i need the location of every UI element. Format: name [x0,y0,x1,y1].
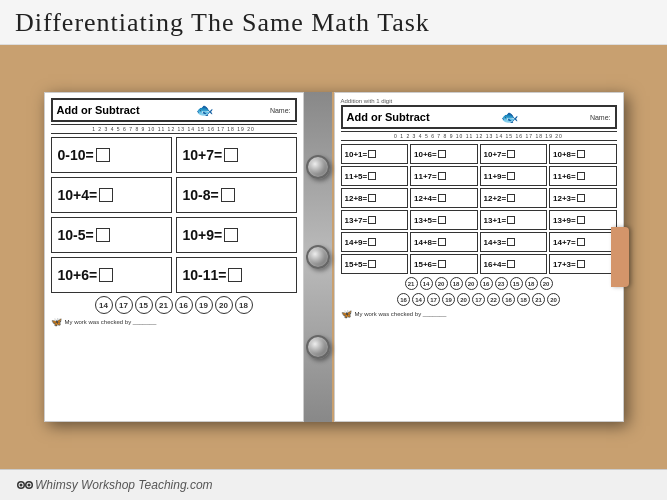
answer-box [96,228,110,242]
math-problem-sm: 14+9= [341,232,409,252]
math-grid-left: 0-10= 10+7= 10+4= 10-8= 10-5= 10+9= 10+6… [51,137,297,293]
answer-box-sm [368,172,376,180]
bubble-sm: 18 [517,293,530,306]
math-problem: 10-11= [176,257,297,293]
answer-box-sm [577,216,585,224]
bubble-sm: 16 [397,293,410,306]
answer-box-sm [507,260,515,268]
bubble-sm: 21 [405,277,418,290]
fish-icon-right: 🐟 [501,109,518,125]
math-grid-right: 10+1= 10+6= 10+7= 10+8= 11+5= 11+7= 11+9… [341,144,617,274]
binder-area: Add or Subtract 🐟 Name: 1 2 3 4 5 6 7 8 … [0,45,667,469]
math-problem-sm: 14+3= [480,232,548,252]
ws-right-name: Name: [590,114,611,121]
answer-box [224,148,238,162]
worksheet-left: Add or Subtract 🐟 Name: 1 2 3 4 5 6 7 8 … [44,92,304,422]
fish-icon-left: 🐟 [196,102,213,118]
math-problem: 10+6= [51,257,172,293]
answer-box-sm [368,150,376,158]
number-line-right: 0 1 2 3 4 5 6 7 8 9 10 11 12 13 14 15 16… [341,131,617,141]
ws-right-subtitle: Addition with 1 digit [341,98,617,104]
ws-left-name: Name: [270,107,291,114]
answer-box-sm [507,194,515,202]
brand-logo-icon [15,475,35,495]
bubble-sm: 18 [450,277,463,290]
math-problem-sm: 11+5= [341,166,409,186]
math-problem-sm: 14+8= [410,232,478,252]
footer-butterfly-icon: 🦋 [51,317,62,327]
svg-point-4 [20,484,23,487]
answer-box [224,228,238,242]
bubble-sm: 22 [487,293,500,306]
binder-book: Add or Subtract 🐟 Name: 1 2 3 4 5 6 7 8 … [44,92,624,422]
branding-bar: Whimsy Workshop Teaching.com [0,469,667,500]
bubble-sm: 19 [442,293,455,306]
math-problem-sm: 15+5= [341,254,409,274]
answer-box-sm [438,216,446,224]
ring-top [306,155,330,179]
bubble-row-right-1: 21 14 20 18 20 16 23 15 18 20 [341,277,617,290]
bubble-row-right-2: 16 14 17 19 20 17 22 16 18 21 20 [341,293,617,306]
binder-rings [304,92,332,422]
answer-box-sm [438,150,446,158]
bubble-sm: 16 [502,293,515,306]
answer-box-sm [577,150,585,158]
ws-right-footer-text: My work was checked by _______ [355,311,447,317]
footer-butterfly-icon-right: 🦋 [341,309,352,319]
answer-box [99,268,113,282]
answer-box-sm [577,194,585,202]
math-problem-sm: 12+3= [549,188,617,208]
math-problem-sm: 17+3= [549,254,617,274]
number-line-left: 1 2 3 4 5 6 7 8 9 10 11 12 13 14 15 16 1… [51,124,297,134]
bubble: 17 [115,296,133,314]
math-problem-sm: 10+8= [549,144,617,164]
ring-bottom [306,335,330,359]
bubble: 18 [235,296,253,314]
answer-box-sm [368,260,376,268]
answer-box-sm [507,172,515,180]
bubble: 16 [175,296,193,314]
math-problem-sm: 16+4= [480,254,548,274]
answer-box-sm [368,238,376,246]
brand-text: Whimsy Workshop Teaching.com [35,478,213,492]
answer-box-sm [368,194,376,202]
bubble-sm: 20 [435,277,448,290]
answer-box-sm [507,216,515,224]
bubble-row-left: 14 17 15 21 16 19 20 18 [51,296,297,314]
math-problem-sm: 13+1= [480,210,548,230]
bubble: 19 [195,296,213,314]
answer-box-sm [438,238,446,246]
bubble-sm: 18 [525,277,538,290]
answer-box-sm [577,260,585,268]
ring-middle [306,245,330,269]
answer-box-sm [368,216,376,224]
worksheet-right: Addition with 1 digit Add or Subtract 🐟 … [334,92,624,422]
answer-box-sm [577,238,585,246]
math-problem: 10+4= [51,177,172,213]
bubble: 20 [215,296,233,314]
bubble-sm: 16 [480,277,493,290]
math-problem-sm: 11+9= [480,166,548,186]
bubble-sm: 20 [465,277,478,290]
ws-right-footer: 🦋 My work was checked by _______ [341,309,617,319]
math-problem-sm: 13+7= [341,210,409,230]
math-problem-sm: 10+1= [341,144,409,164]
title-area: Differentiating The Same Math Task [0,0,667,45]
answer-box [99,188,113,202]
answer-box-sm [438,172,446,180]
binder-tab [611,227,629,287]
bubble-sm: 23 [495,277,508,290]
bubble-sm: 14 [412,293,425,306]
answer-box [228,268,242,282]
answer-box-sm [507,150,515,158]
bubble-sm: 17 [427,293,440,306]
math-problem-sm: 10+7= [480,144,548,164]
answer-box-sm [438,260,446,268]
math-problem-sm: 14+7= [549,232,617,252]
bubble-sm: 20 [547,293,560,306]
svg-point-5 [28,484,31,487]
bubble-sm: 14 [420,277,433,290]
answer-box [96,148,110,162]
ws-left-header: Add or Subtract 🐟 Name: [51,98,297,122]
math-problem: 0-10= [51,137,172,173]
